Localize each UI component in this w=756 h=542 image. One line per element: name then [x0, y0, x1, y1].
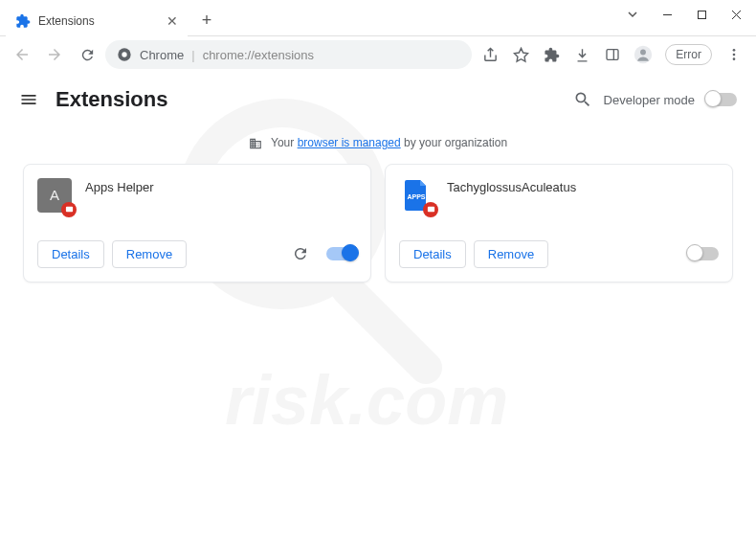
details-button[interactable]: Details	[399, 240, 466, 268]
svg-rect-16	[427, 207, 434, 212]
svg-point-6	[122, 52, 126, 56]
extension-cards: A Apps Helper Details Remove APPS	[0, 164, 756, 282]
address-bar[interactable]: Chrome | chrome://extensions	[105, 40, 472, 69]
developer-mode-label: Developer mode	[604, 93, 695, 107]
svg-rect-7	[607, 50, 618, 60]
svg-text:APPS: APPS	[407, 193, 425, 200]
extension-icon	[15, 13, 31, 29]
svg-text:risk.com: risk.com	[225, 362, 508, 439]
forward-button[interactable]	[40, 40, 69, 69]
extensions-header: Extensions Developer mode	[0, 73, 756, 126]
sidepanel-icon[interactable]	[598, 40, 627, 69]
managed-prefix: Your	[271, 136, 298, 149]
extension-avatar: A	[37, 178, 72, 213]
bookmark-icon[interactable]	[506, 40, 535, 69]
reload-extension-icon[interactable]	[292, 245, 309, 262]
menu-icon[interactable]	[720, 40, 748, 69]
developer-mode-toggle[interactable]	[706, 93, 737, 106]
omnibox-url: chrome://extensions	[203, 48, 314, 62]
share-icon[interactable]	[476, 40, 504, 69]
page-title: Extensions	[56, 87, 167, 112]
profile-icon[interactable]	[629, 40, 657, 69]
svg-rect-1	[324, 266, 449, 391]
extension-card: A Apps Helper Details Remove	[23, 164, 371, 282]
tab-search-icon[interactable]	[616, 0, 649, 29]
extension-toggle[interactable]	[688, 247, 719, 260]
downloads-icon[interactable]	[567, 40, 596, 69]
browser-toolbar: Chrome | chrome://extensions Error	[0, 36, 756, 73]
warning-badge-icon	[423, 202, 438, 217]
extension-toggle[interactable]	[326, 247, 357, 260]
warning-badge-icon	[61, 202, 77, 217]
building-icon	[249, 137, 262, 150]
maximize-button[interactable]	[685, 0, 718, 29]
tab-title: Extensions	[38, 14, 95, 28]
svg-point-11	[733, 49, 736, 52]
managed-link[interactable]: browser is managed	[298, 136, 401, 149]
back-button[interactable]	[8, 40, 36, 69]
omnibox-prefix: Chrome	[140, 48, 184, 62]
remove-button[interactable]: Remove	[474, 240, 548, 268]
extension-card: APPS TachyglossusAculeatus Details Remov…	[385, 164, 733, 282]
svg-rect-4	[698, 11, 705, 18]
extension-name: TachyglossusAculeatus	[447, 178, 576, 194]
extension-name: Apps Helper	[85, 178, 154, 194]
svg-rect-14	[65, 207, 72, 212]
chrome-logo-icon	[117, 47, 132, 62]
svg-point-10	[640, 50, 646, 56]
remove-button[interactable]: Remove	[112, 240, 187, 268]
browser-tab[interactable]: Extensions ✕	[6, 6, 188, 36]
extensions-icon[interactable]	[537, 40, 566, 69]
omnibox-separator: |	[191, 48, 194, 62]
window-titlebar: Extensions ✕ +	[0, 0, 756, 36]
managed-suffix: by your organization	[401, 136, 507, 149]
close-tab-icon[interactable]: ✕	[167, 13, 178, 29]
svg-point-12	[733, 54, 736, 56]
close-window-button[interactable]	[720, 0, 752, 29]
managed-banner: Your browser is managed by your organiza…	[0, 126, 756, 164]
svg-point-13	[733, 57, 736, 60]
window-controls	[616, 0, 756, 29]
extension-avatar: APPS	[399, 178, 434, 213]
search-icon[interactable]	[573, 90, 592, 109]
new-tab-button[interactable]: +	[193, 7, 220, 34]
reload-button[interactable]	[73, 40, 101, 69]
minimize-button[interactable]	[651, 0, 683, 29]
error-button[interactable]: Error	[665, 44, 712, 65]
hamburger-icon[interactable]	[19, 90, 38, 109]
details-button[interactable]: Details	[37, 240, 104, 268]
